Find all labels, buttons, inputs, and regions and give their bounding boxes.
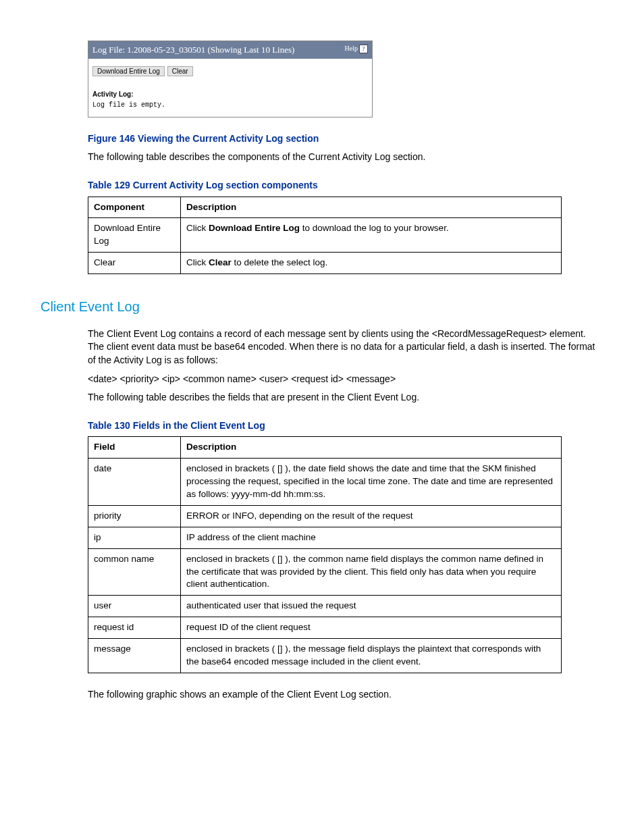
download-entire-log-button[interactable]: Download Entire Log: [92, 66, 165, 76]
help-link[interactable]: Help ?: [345, 44, 368, 53]
log-file-title: Log File: 1.2008-05-23_030501 (Showing L…: [92, 44, 294, 56]
log-panel-body: Download Entire Log Clear Activity Log: …: [88, 59, 372, 117]
cell: enclosed in brackets ( [] ), the common …: [181, 548, 562, 596]
table-header-row: Component Description: [88, 197, 562, 218]
cell: Download Entire Log: [88, 218, 181, 253]
cell: date: [88, 459, 181, 506]
cell: user: [88, 596, 181, 617]
table-row: dateenclosed in brackets ( [] ), the dat…: [88, 459, 562, 506]
table-row: userauthenticated user that issued the r…: [88, 596, 562, 617]
cell: ip: [88, 527, 181, 548]
cell: IP address of the client machine: [181, 527, 562, 548]
table-row: priorityERROR or INFO, depending on the …: [88, 505, 562, 527]
activity-log-content: Log file is empty.: [92, 101, 368, 110]
table-row: Download Entire Log Click Download Entir…: [88, 218, 562, 253]
table-caption: Table 130 Fields in the Client Event Log: [88, 419, 603, 433]
activity-log-screenshot: Log File: 1.2008-05-23_030501 (Showing L…: [88, 41, 373, 118]
col-description: Description: [181, 197, 562, 218]
table-header-row: Field Description: [88, 437, 562, 459]
help-label: Help: [345, 44, 358, 53]
text: Click: [186, 257, 209, 267]
clear-button[interactable]: Clear: [167, 66, 193, 76]
cell: request ID of the client request: [181, 617, 562, 639]
cell: enclosed in brackets ( [] ), the date fi…: [181, 459, 562, 506]
col-description: Description: [181, 437, 562, 459]
table-row: messageenclosed in brackets ( [] ), the …: [88, 639, 562, 673]
col-component: Component: [88, 197, 181, 218]
paragraph: The Client Event Log contains a record o…: [88, 328, 603, 367]
cell: request id: [88, 617, 181, 639]
format-line: <date> <priority> <ip> <common name> <us…: [88, 373, 603, 386]
table-129: Component Description Download Entire Lo…: [88, 197, 562, 275]
table-caption: Table 129 Current Activity Log section c…: [88, 179, 603, 192]
figure-caption: Figure 146 Viewing the Current Activity …: [88, 132, 603, 146]
help-icon: ?: [359, 45, 368, 53]
cell: Clear: [88, 253, 181, 274]
cell: Click Clear to delete the select log.: [181, 253, 562, 274]
text: Click: [186, 223, 209, 233]
cell: authenticated user that issued the reque…: [181, 596, 562, 617]
cell: enclosed in brackets ( [] ), the message…: [181, 639, 562, 673]
table-row: request idrequest ID of the client reque…: [88, 617, 562, 639]
cell: common name: [88, 548, 181, 596]
section-heading: Client Event Log: [41, 297, 603, 316]
cell: message: [88, 639, 181, 673]
paragraph: The following graphic shows an example o…: [88, 688, 603, 702]
text: to delete the select log.: [232, 257, 328, 267]
activity-log-label: Activity Log:: [92, 90, 368, 99]
cell: Click Download Entire Log to download th…: [181, 218, 562, 253]
bold-text: Download Entire Log: [209, 223, 300, 233]
paragraph: The following table describes the compon…: [88, 151, 603, 164]
cell: ERROR or INFO, depending on the result o…: [181, 505, 562, 527]
bold-text: Clear: [209, 257, 232, 267]
text: to download the log to your browser.: [300, 223, 449, 233]
col-field: Field: [88, 437, 181, 459]
table-row: common nameenclosed in brackets ( [] ), …: [88, 548, 562, 596]
paragraph: The following table describes the fields…: [88, 391, 603, 405]
table-row: Clear Click Clear to delete the select l…: [88, 253, 562, 274]
cell: priority: [88, 505, 181, 527]
table-row: ipIP address of the client machine: [88, 527, 562, 548]
table-130: Field Description dateenclosed in bracke…: [88, 436, 562, 673]
log-panel-header: Log File: 1.2008-05-23_030501 (Showing L…: [88, 41, 372, 59]
